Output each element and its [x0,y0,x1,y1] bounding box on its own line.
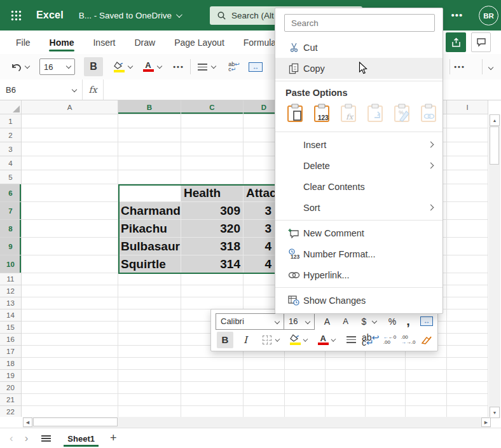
cell-A7[interactable] [22,202,118,220]
cell-H18[interactable] [406,358,447,370]
undo-button[interactable] [9,57,23,76]
app-launcher-icon[interactable] [8,8,24,23]
scroll-down-button[interactable]: ▼ [490,407,500,418]
cell-I20[interactable] [447,382,488,394]
cell-A16[interactable] [22,334,118,346]
font-color-button[interactable]: A [141,57,155,76]
menu-item-hyperlink[interactable]: Hyperlink... [275,264,443,285]
toolbar-more-button[interactable]: ••• [453,57,467,76]
cell-G18[interactable] [366,358,406,370]
cell-C5[interactable] [181,170,244,184]
cell-I6[interactable] [447,184,488,202]
cell-E22[interactable] [285,406,326,417]
borders-chevron[interactable] [275,337,280,342]
collapse-ribbon-chevron[interactable] [488,65,493,70]
menu-item-cut[interactable]: Cut [275,37,443,58]
bold-button[interactable]: B [217,332,233,348]
cell-E18[interactable] [285,358,326,370]
vertical-scrollbar[interactable]: ▲ ▼ [489,114,500,418]
undo-dropdown-chevron[interactable] [25,64,30,69]
grow-font-button[interactable]: Aˆ [320,313,333,330]
font-name-select[interactable]: Calibri [216,313,284,330]
cell-B2[interactable] [118,128,181,142]
cell-A21[interactable] [22,394,118,406]
sheet-tab-sheet1[interactable]: Sheet1 [58,429,104,447]
cell-B18[interactable] [118,358,181,370]
cell-C18[interactable] [181,358,244,370]
row-header-15[interactable]: 15 [0,322,22,334]
cell-A8[interactable] [22,220,118,238]
cell-I3[interactable] [447,142,488,156]
cell-B20[interactable] [118,382,181,394]
cell-A18[interactable] [22,358,118,370]
scroll-right-button[interactable]: ▶ [481,417,491,427]
menu-item-new-comment[interactable]: New Comment [275,222,443,243]
menu-item-delete[interactable]: Delete [275,155,443,176]
fill-color-chevron[interactable] [128,64,133,69]
cell-A5[interactable] [22,170,118,184]
row-header-7[interactable]: 7 [0,202,22,220]
cell-B4[interactable] [118,156,181,170]
row-header-5[interactable]: 5 [0,170,22,184]
cell-C3[interactable] [181,142,244,156]
cell-C7[interactable]: 309 [181,202,244,220]
wrap-text-button[interactable]: ab↩c↵ [227,57,241,76]
cell-B19[interactable] [118,370,181,382]
cell-D22[interactable] [244,406,285,417]
menu-item-number-format[interactable]: 123Number Format... [275,243,443,264]
cell-I2[interactable] [447,128,488,142]
borders-button[interactable] [261,332,273,348]
tab-page-layout[interactable]: Page Layout [165,32,234,53]
cell-D18[interactable] [244,358,285,370]
cell-H19[interactable] [406,370,447,382]
cell-F21[interactable] [326,394,366,406]
row-header-3[interactable]: 3 [0,142,22,156]
next-sheet-button[interactable]: › [19,432,34,445]
cell-I12[interactable] [447,285,488,297]
add-sheet-button[interactable]: + [104,431,123,445]
font-color-button[interactable]: A [317,332,329,348]
font-color-chevron[interactable] [331,337,336,342]
font-color-chevron[interactable] [157,64,162,69]
row-header-16[interactable]: 16 [0,334,22,346]
cell-G20[interactable] [366,382,406,394]
align-button[interactable] [345,332,357,348]
merge-cells-button[interactable]: ↔ [420,313,433,330]
cell-A11[interactable] [22,273,118,285]
cell-C6[interactable]: Health [181,184,244,202]
tab-file[interactable]: File [6,32,40,53]
cell-G22[interactable] [366,406,406,417]
cell-C4[interactable] [181,156,244,170]
cell-A10[interactable] [22,255,118,273]
cell-I17[interactable] [447,346,488,358]
vertical-scroll-thumb[interactable] [490,126,499,165]
cell-B8[interactable]: Pikachu [118,220,181,238]
cell-D21[interactable] [244,394,285,406]
cell-B11[interactable] [118,273,181,285]
italic-button[interactable]: I [239,332,252,348]
row-header-4[interactable]: 4 [0,156,22,170]
cell-G19[interactable] [366,370,406,382]
horizontal-scrollbar[interactable]: ◀ ▶ [23,417,491,428]
menu-item-show-changes[interactable]: Show Changes [275,290,443,311]
cell-C9[interactable]: 318 [181,238,244,255]
cell-F19[interactable] [326,370,366,382]
cell-B22[interactable] [118,406,181,417]
cell-B10[interactable]: Squirtle [118,255,181,273]
document-title[interactable]: B... - Saved to OneDrive [79,11,181,20]
menu-item-copy[interactable]: Copy [275,58,443,79]
fill-color-button[interactable] [289,332,301,348]
row-header-19[interactable]: 19 [0,370,22,382]
row-header-18[interactable]: 18 [0,358,22,370]
cell-C12[interactable] [181,285,244,297]
format-painter-button[interactable] [420,332,433,348]
cell-F22[interactable] [326,406,366,417]
row-header-11[interactable]: 11 [0,273,22,285]
row-header-1[interactable]: 1 [0,114,22,128]
cell-I4[interactable] [447,156,488,170]
cell-A15[interactable] [22,322,118,334]
paste-values-icon[interactable]: 123 [313,104,333,124]
cell-I14[interactable] [447,309,488,322]
increase-decimal-button[interactable]: ←←0.00 [383,332,396,348]
cell-A1[interactable] [22,114,118,128]
